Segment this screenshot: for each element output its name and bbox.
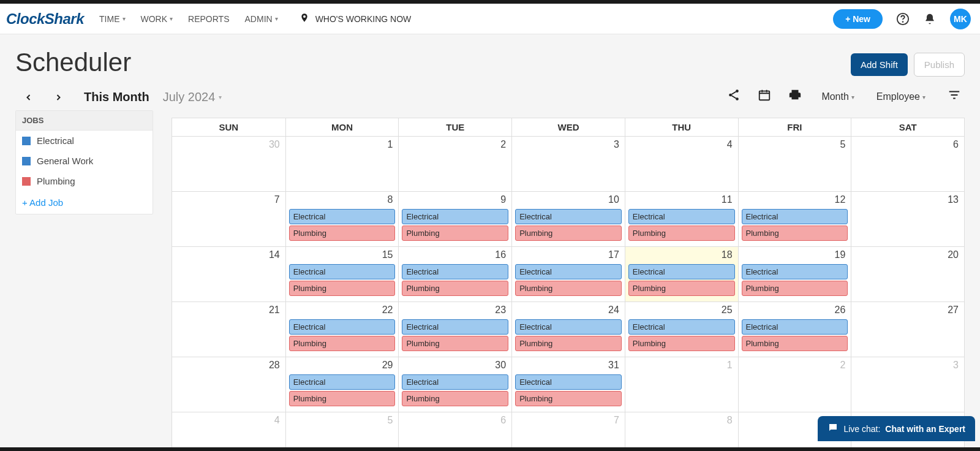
day-cell[interactable]: 10ElectricalPlumbing — [511, 192, 625, 247]
day-cell[interactable]: 16ElectricalPlumbing — [398, 247, 511, 302]
calendar-event[interactable]: Plumbing — [742, 336, 848, 351]
calendar-event[interactable]: Electrical — [515, 374, 622, 390]
calendar-event[interactable]: Plumbing — [515, 336, 622, 351]
day-cell[interactable]: 22ElectricalPlumbing — [285, 302, 399, 357]
calendar-event[interactable]: Plumbing — [742, 281, 848, 296]
publish-button[interactable]: Publish — [914, 53, 965, 77]
calendar-event[interactable]: Electrical — [742, 264, 848, 279]
next-period-button[interactable] — [48, 89, 68, 105]
calendar-event[interactable]: Electrical — [628, 319, 735, 335]
day-cell[interactable]: 4 — [172, 412, 285, 451]
job-row[interactable]: Plumbing — [16, 171, 153, 191]
calendar-event[interactable]: Plumbing — [628, 226, 735, 241]
calendar-event[interactable]: Electrical — [289, 319, 396, 335]
calendar-event[interactable]: Plumbing — [289, 226, 396, 241]
calendar-event[interactable]: Plumbing — [289, 281, 396, 296]
calendar-event[interactable]: Electrical — [628, 209, 735, 224]
calendar-event[interactable]: Electrical — [402, 374, 508, 390]
calendar-event[interactable]: Electrical — [402, 264, 508, 279]
day-cell[interactable]: 29ElectricalPlumbing — [285, 357, 399, 412]
day-cell[interactable]: 27 — [851, 302, 964, 357]
day-cell[interactable]: 23ElectricalPlumbing — [398, 302, 511, 357]
calendar-event[interactable]: Plumbing — [402, 336, 508, 351]
day-cell[interactable]: 1 — [625, 357, 738, 412]
day-cell[interactable]: 8ElectricalPlumbing — [285, 192, 399, 247]
calendar-event[interactable]: Plumbing — [628, 281, 735, 296]
calendar-event[interactable]: Electrical — [515, 319, 622, 335]
brand-logo[interactable]: ClockShark — [6, 10, 84, 28]
day-cell[interactable]: 13 — [851, 192, 964, 247]
day-cell[interactable]: 1 — [285, 137, 399, 192]
day-cell[interactable]: 8 — [625, 412, 738, 451]
calendar-icon[interactable] — [754, 88, 775, 105]
calendar-event[interactable]: Electrical — [402, 319, 508, 335]
day-cell[interactable]: 6 — [398, 412, 511, 451]
day-cell[interactable]: 25ElectricalPlumbing — [625, 302, 738, 357]
add-shift-button[interactable]: Add Shift — [851, 53, 908, 76]
calendar-event[interactable]: Electrical — [289, 209, 396, 224]
print-icon[interactable] — [785, 88, 805, 105]
calendar-event[interactable]: Electrical — [289, 374, 396, 390]
help-icon[interactable] — [896, 12, 910, 26]
day-cell[interactable]: 30 — [172, 137, 285, 192]
calendar-event[interactable]: Plumbing — [289, 391, 396, 406]
nav-admin[interactable]: ADMIN ▾ — [245, 14, 278, 24]
new-button[interactable]: + New — [833, 9, 883, 29]
nav-work[interactable]: WORK ▾ — [141, 14, 173, 24]
calendar-event[interactable]: Plumbing — [402, 391, 508, 406]
day-cell[interactable]: 5 — [285, 412, 399, 451]
calendar-event[interactable]: Plumbing — [402, 281, 508, 296]
day-cell[interactable]: 11ElectricalPlumbing — [625, 192, 738, 247]
bell-icon[interactable] — [923, 12, 937, 26]
day-cell[interactable]: 17ElectricalPlumbing — [511, 247, 625, 302]
calendar-event[interactable]: Electrical — [402, 209, 508, 224]
calendar-event[interactable]: Plumbing — [515, 281, 622, 296]
group-by-dropdown[interactable]: Employee ▾ — [876, 91, 925, 102]
share-icon[interactable] — [723, 88, 744, 105]
nav-whos-working[interactable]: WHO'S WORKING NOW — [300, 13, 412, 25]
calendar-event[interactable]: Electrical — [628, 264, 735, 279]
filter-icon[interactable] — [944, 88, 965, 105]
job-row[interactable]: General Work — [16, 151, 153, 171]
day-cell[interactable]: 3 — [851, 357, 964, 412]
calendar-event[interactable]: Electrical — [515, 209, 622, 224]
add-job-button[interactable]: + Add Job — [16, 191, 153, 214]
calendar-event[interactable]: Plumbing — [628, 336, 735, 351]
day-cell[interactable]: 2 — [398, 137, 511, 192]
day-cell[interactable]: 19ElectricalPlumbing — [738, 247, 851, 302]
day-cell[interactable]: 3 — [511, 137, 625, 192]
day-cell[interactable]: 4 — [625, 137, 738, 192]
day-cell[interactable]: 9ElectricalPlumbing — [398, 192, 511, 247]
prev-period-button[interactable] — [19, 89, 39, 105]
month-picker[interactable]: July 2024 ▾ — [163, 90, 222, 104]
day-cell[interactable]: 2 — [738, 357, 851, 412]
day-cell[interactable]: 21 — [172, 302, 285, 357]
day-cell[interactable]: 24ElectricalPlumbing — [511, 302, 625, 357]
day-cell[interactable]: 7 — [172, 192, 285, 247]
day-cell[interactable]: 26ElectricalPlumbing — [738, 302, 851, 357]
calendar-event[interactable]: Electrical — [742, 209, 848, 224]
day-cell[interactable]: 7 — [511, 412, 625, 451]
this-month-button[interactable]: This Month — [84, 90, 149, 104]
calendar-event[interactable]: Plumbing — [515, 391, 622, 406]
day-cell[interactable]: 28 — [172, 357, 285, 412]
user-avatar[interactable]: MK — [950, 9, 971, 29]
day-cell[interactable]: 15ElectricalPlumbing — [285, 247, 399, 302]
day-cell[interactable]: 31ElectricalPlumbing — [511, 357, 625, 412]
calendar-event[interactable]: Plumbing — [289, 336, 396, 351]
day-cell[interactable]: 18ElectricalPlumbing — [625, 247, 738, 302]
calendar-event[interactable]: Plumbing — [515, 226, 622, 241]
day-cell[interactable]: 5 — [738, 137, 851, 192]
calendar-event[interactable]: Electrical — [742, 319, 848, 335]
calendar-event[interactable]: Electrical — [289, 264, 396, 279]
nav-time[interactable]: TIME ▾ — [99, 14, 125, 24]
view-mode-dropdown[interactable]: Month ▾ — [821, 91, 854, 102]
day-cell[interactable]: 12ElectricalPlumbing — [738, 192, 851, 247]
calendar-event[interactable]: Electrical — [515, 264, 622, 279]
nav-reports[interactable]: REPORTS — [188, 14, 229, 24]
day-cell[interactable]: 20 — [851, 247, 964, 302]
chat-widget[interactable]: Live chat: Chat with an Expert — [818, 416, 975, 441]
job-row[interactable]: Electrical — [16, 131, 153, 151]
day-cell[interactable]: 30ElectricalPlumbing — [398, 357, 511, 412]
day-cell[interactable]: 6 — [851, 137, 964, 192]
